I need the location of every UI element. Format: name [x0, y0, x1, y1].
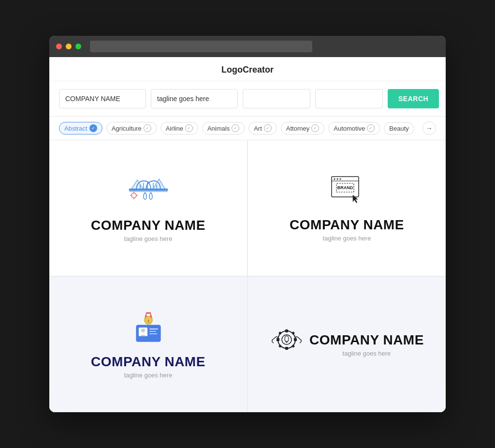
tagline-input[interactable]: [151, 89, 238, 108]
svg-rect-35: [291, 331, 295, 335]
logo-card-2[interactable]: BRAND COMPANY NAME tagline goes here: [248, 140, 446, 276]
logo-4-text: COMPANY NAME tagline goes here: [309, 332, 424, 357]
app-window: LogoCreator SEARCH Abstract ✓ Agricultur…: [49, 36, 446, 412]
extra-input-1[interactable]: [243, 89, 310, 108]
logo-1-tagline: tagline goes here: [124, 235, 173, 242]
svg-point-16: [339, 178, 341, 179]
filter-abstract-check: ✓: [89, 124, 97, 132]
filter-attorney[interactable]: Attorney ✓: [281, 122, 324, 134]
svg-rect-36: [278, 344, 282, 348]
logo-card-1[interactable]: COMPANY NAME tagline goes here: [49, 140, 247, 276]
filter-animals[interactable]: Animals ✓: [202, 122, 245, 134]
app-title: LogoCreator: [49, 57, 446, 81]
filter-automotive-check: ✓: [367, 124, 375, 132]
logo-4-company-name: COMPANY NAME: [309, 332, 424, 348]
filter-beauty-label: Beauty: [389, 125, 408, 132]
filter-bar: Abstract ✓ Agriculture ✓ Airline ✓ Anima…: [49, 117, 446, 140]
filter-art-label: Art: [254, 125, 262, 132]
search-bar: SEARCH: [49, 81, 446, 117]
svg-rect-27: [149, 333, 157, 334]
svg-rect-26: [149, 331, 156, 332]
filter-agriculture-label: Agriculture: [112, 125, 142, 132]
logo-1-company-name: COMPANY NAME: [91, 218, 205, 233]
svg-point-14: [334, 178, 335, 179]
filter-automotive-label: Automotive: [334, 125, 365, 132]
filter-attorney-check: ✓: [311, 124, 319, 132]
search-button-label: SEARCH: [398, 95, 428, 103]
company-name-input[interactable]: [59, 89, 146, 108]
svg-text:BRAND: BRAND: [337, 185, 353, 190]
svg-rect-25: [149, 329, 158, 329]
filter-airline-check: ✓: [185, 124, 193, 132]
logo-card-4[interactable]: COMPANY NAME tagline goes here: [248, 277, 446, 412]
logo-2-tagline: tagline goes here: [323, 235, 371, 242]
search-button[interactable]: SEARCH: [388, 89, 439, 108]
filter-animals-check: ✓: [232, 124, 239, 132]
svg-point-37: [282, 335, 291, 344]
svg-rect-33: [278, 331, 282, 335]
fullscreen-button[interactable]: [75, 44, 81, 49]
minimize-button[interactable]: [66, 44, 72, 49]
filter-next-button[interactable]: →: [422, 121, 436, 135]
svg-rect-6: [129, 191, 168, 192]
svg-rect-29: [285, 329, 288, 332]
filter-airline[interactable]: Airline ✓: [160, 122, 198, 134]
filter-abstract[interactable]: Abstract ✓: [59, 122, 102, 134]
logo-3-icon: 1: [129, 311, 168, 346]
svg-point-7: [131, 193, 136, 198]
logo-1-icon: [127, 174, 170, 210]
logo-4-icon: [270, 323, 304, 358]
filter-agriculture[interactable]: Agriculture ✓: [106, 122, 157, 134]
filter-attorney-label: Attorney: [286, 125, 309, 132]
filter-airline-label: Airline: [166, 125, 183, 132]
svg-rect-30: [285, 347, 288, 350]
filter-agriculture-check: ✓: [144, 124, 151, 132]
logo-2-icon: BRAND: [328, 175, 366, 209]
svg-rect-34: [291, 344, 295, 348]
app-title-text: LogoCreator: [221, 65, 274, 75]
filter-abstract-label: Abstract: [64, 125, 87, 132]
svg-text:1: 1: [147, 319, 149, 323]
logo-card-3[interactable]: 1 COMPANY NAME tagline goes here: [49, 277, 247, 412]
filter-beauty[interactable]: Beauty: [384, 122, 414, 134]
filter-art[interactable]: Art ✓: [248, 122, 277, 134]
extra-input-2[interactable]: [315, 89, 383, 108]
address-bar: [90, 41, 312, 52]
logo-grid: COMPANY NAME tagline goes here BRAND: [49, 140, 446, 412]
logo-2-company-name: COMPANY NAME: [290, 217, 404, 233]
logo-3-company-name: COMPANY NAME: [91, 354, 205, 370]
close-button[interactable]: [56, 44, 62, 49]
filter-automotive[interactable]: Automotive ✓: [328, 122, 380, 134]
titlebar: [49, 36, 446, 57]
svg-rect-0: [129, 189, 168, 191]
svg-point-15: [336, 178, 338, 179]
filter-animals-label: Animals: [207, 125, 230, 132]
logo-3-tagline: tagline goes here: [124, 372, 173, 379]
filter-art-check: ✓: [264, 124, 272, 132]
logo-4-container: COMPANY NAME tagline goes here: [270, 323, 424, 366]
logo-4-tagline: tagline goes here: [309, 350, 424, 357]
svg-point-24: [141, 329, 145, 332]
